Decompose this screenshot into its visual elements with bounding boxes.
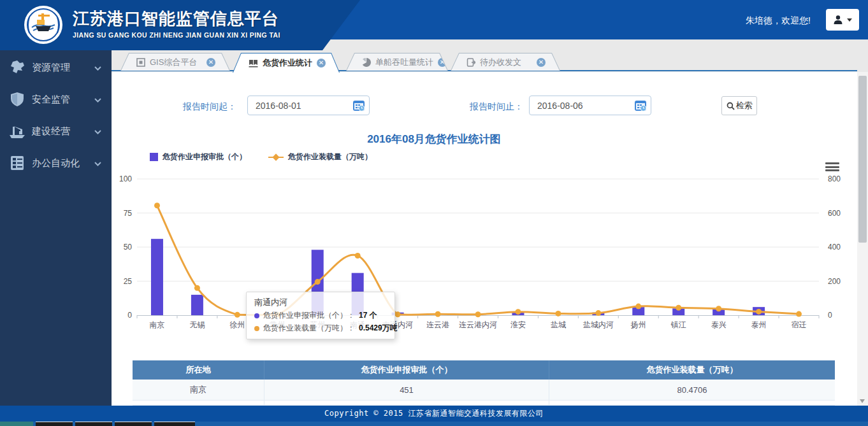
user-menu-button[interactable] bbox=[826, 9, 859, 31]
x-axis-label: 徐州 bbox=[229, 320, 245, 329]
left-axis-tick: 50 bbox=[124, 243, 133, 252]
chart-tooltip: 南通内河 危货作业申报审批（个）：17 个危货作业装载量（万吨）：0.5429万… bbox=[246, 292, 395, 339]
tooltip-row: 危货作业申报审批（个）：17 个 bbox=[254, 310, 387, 321]
sidebar-item-label: 资源管理 bbox=[32, 62, 94, 74]
right-axis-tick: 0 bbox=[828, 311, 832, 320]
x-axis-label: 盐城内河 bbox=[583, 320, 614, 329]
report-end-label: 报告时间止： bbox=[470, 101, 523, 113]
right-axis-tick: 800 bbox=[828, 174, 841, 183]
calendar-icon[interactable] bbox=[352, 99, 365, 112]
line-point-盐城[interactable] bbox=[555, 311, 561, 316]
bar-line-chart[interactable]: 02550751000200400600800南京无锡徐州常州苏州南通南通内河连… bbox=[118, 159, 857, 334]
tab-4[interactable]: 待办收发文✕ bbox=[451, 53, 560, 71]
sidebar-nav: 资源管理安全监管建设经营办公自动化 bbox=[0, 50, 112, 406]
search-button-label: 检索 bbox=[736, 100, 753, 111]
line-point-宿迁[interactable] bbox=[796, 311, 802, 317]
tab-label: 危货作业统计 bbox=[263, 57, 312, 69]
port-logo bbox=[23, 4, 64, 45]
line-point-连云港内河[interactable] bbox=[475, 311, 481, 317]
line-point-无锡[interactable] bbox=[194, 285, 200, 291]
sidebar-item-3[interactable]: 建设经营 bbox=[0, 120, 112, 142]
sidebar-item-2[interactable]: 安全监管 bbox=[0, 89, 112, 110]
header-brand-wedge: 江苏港口智能监管信息平台 JIANG SU GANG KOU ZHI NENG … bbox=[0, 0, 360, 50]
sidebar-item-4[interactable]: 办公自动化 bbox=[0, 152, 112, 174]
x-axis-label: 镇江 bbox=[670, 320, 686, 329]
sidebar-item-label: 办公自动化 bbox=[32, 157, 94, 169]
x-axis-label: 淮安 bbox=[510, 320, 526, 329]
close-icon[interactable]: ✕ bbox=[317, 59, 326, 67]
scrollbar-thumb[interactable] bbox=[858, 76, 867, 243]
tooltip-row: 危货作业装载量（万吨）：0.5429万吨 bbox=[254, 323, 387, 334]
scrollbar-down-arrow[interactable] bbox=[860, 399, 865, 403]
shield-icon bbox=[8, 91, 27, 108]
taskbar-strip bbox=[0, 422, 868, 426]
line-point-淮安[interactable] bbox=[515, 309, 521, 315]
left-axis-tick: 100 bbox=[119, 174, 132, 183]
app-title: 江苏港口智能监管信息平台 bbox=[73, 8, 280, 30]
user-greeting: 朱培德，欢迎您! bbox=[746, 15, 811, 27]
table-row[interactable]: 南京45180.4706 bbox=[133, 380, 835, 401]
tab-3[interactable]: 单船吞吐量统计✕ bbox=[346, 53, 448, 71]
close-icon[interactable]: ✕ bbox=[537, 58, 546, 67]
line-point-苏州[interactable] bbox=[315, 279, 321, 285]
tab-2[interactable]: 危货作业统计✕ bbox=[233, 53, 340, 73]
tooltip-label: 危货作业装载量（万吨）： bbox=[263, 323, 355, 334]
app-subtitle: JIANG SU GANG KOU ZHI NENG JIAN GUAN XIN… bbox=[73, 31, 280, 39]
sidebar-item-label: 建设经营 bbox=[32, 125, 94, 138]
right-axis-tick: 600 bbox=[828, 209, 841, 218]
line-point-连云港[interactable] bbox=[435, 311, 441, 317]
x-axis-label: 无锡 bbox=[189, 320, 205, 329]
table-cell: 451 bbox=[264, 380, 549, 400]
x-axis-label: 泰兴 bbox=[711, 320, 727, 329]
x-axis-label: 泰州 bbox=[751, 320, 767, 329]
tab-1[interactable]: GIS综合平台✕ bbox=[120, 53, 230, 71]
line-point-南通[interactable] bbox=[355, 253, 361, 259]
table-row-clipped bbox=[133, 401, 835, 406]
line-point-泰州[interactable] bbox=[756, 309, 762, 315]
table-header-cell: 所在地 bbox=[133, 360, 264, 380]
line-point-扬州[interactable] bbox=[635, 304, 641, 309]
table-header-cell: 危货作业申报审批（个） bbox=[264, 360, 549, 380]
line-point-盐城内河[interactable] bbox=[595, 310, 601, 316]
line-point-南通内河[interactable] bbox=[395, 311, 401, 317]
report-start-label: 报告时间起： bbox=[183, 101, 236, 113]
bar-无锡[interactable] bbox=[191, 295, 203, 315]
doc-icon bbox=[467, 58, 475, 67]
flag-icon bbox=[249, 59, 258, 67]
line-point-南京[interactable] bbox=[154, 202, 160, 208]
table-header-cell: 危货作业装载量（万吨） bbox=[549, 360, 835, 380]
series-dot-icon bbox=[254, 326, 259, 331]
sidebar-item-1[interactable]: 资源管理 bbox=[0, 57, 112, 78]
x-axis-label: 宿迁 bbox=[792, 320, 807, 329]
chevron-down-icon bbox=[94, 157, 101, 169]
map-icon bbox=[8, 59, 27, 76]
pie-icon bbox=[362, 58, 371, 67]
tab-label: GIS综合平台 bbox=[150, 57, 202, 68]
tooltip-value: 0.5429万吨 bbox=[359, 323, 398, 334]
chevron-down-icon bbox=[94, 62, 101, 73]
right-axis-tick: 200 bbox=[828, 277, 841, 286]
right-axis-tick: 400 bbox=[828, 243, 841, 252]
bar-南京[interactable] bbox=[151, 239, 163, 315]
calendar-icon[interactable] bbox=[634, 99, 647, 112]
list-icon bbox=[8, 155, 27, 171]
line-point-徐州[interactable] bbox=[235, 312, 240, 318]
report-end-input[interactable] bbox=[529, 96, 651, 115]
footer-bar: Copyright © 2015 江苏省新通智能交通科技发展有限公司 bbox=[0, 406, 868, 422]
chevron-down-icon bbox=[94, 94, 101, 105]
vertical-scrollbar[interactable] bbox=[857, 72, 868, 406]
chevron-down-icon bbox=[94, 125, 101, 137]
report-start-input[interactable] bbox=[247, 96, 370, 115]
crane-icon bbox=[8, 123, 27, 139]
data-table: 所在地危货作业申报审批（个）危货作业装载量（万吨） 南京45180.4706 bbox=[133, 360, 835, 406]
gis-icon bbox=[136, 58, 145, 67]
copyright-text: Copyright © 2015 江苏省新通智能交通科技发展有限公司 bbox=[324, 408, 544, 419]
tooltip-title: 南通内河 bbox=[254, 297, 387, 308]
line-point-镇江[interactable] bbox=[676, 305, 681, 311]
x-axis-label: 连云港 bbox=[426, 320, 449, 329]
left-axis-tick: 0 bbox=[127, 311, 132, 320]
line-point-泰兴[interactable] bbox=[716, 306, 721, 311]
table-header-row: 所在地危货作业申报审批（个）危货作业装载量（万吨） bbox=[133, 360, 835, 380]
search-button[interactable]: 检索 bbox=[721, 96, 757, 115]
close-icon[interactable]: ✕ bbox=[206, 58, 215, 67]
